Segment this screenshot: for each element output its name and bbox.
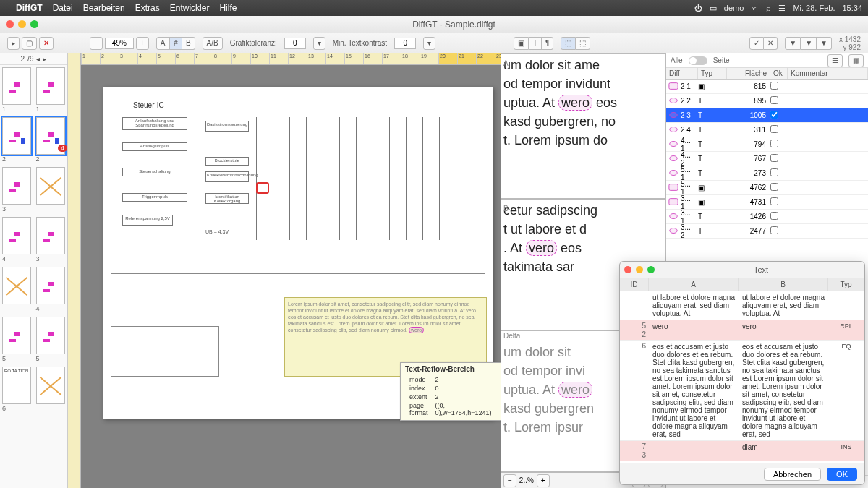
menu-file[interactable]: Datei	[53, 3, 73, 13]
document-canvas[interactable]: Steuer-IC Anlaufschaltung und Spannungsr…	[81, 65, 501, 488]
view-b-button[interactable]: B	[182, 37, 195, 50]
zoom-window-button[interactable]	[30, 20, 38, 28]
detail-ok-button[interactable]: OK	[827, 468, 857, 481]
close-window-button[interactable]	[6, 20, 14, 28]
grafiktoleranz-field[interactable]	[284, 38, 306, 49]
diff-ok-checkbox[interactable]	[770, 197, 778, 205]
text-detail-panel: Text ID A B Typ ut labore et dolore magn…	[619, 261, 865, 485]
diff-list-row[interactable]: 5...1 T 273	[666, 166, 868, 181]
diff-list-row[interactable]: 2 4 T 311	[666, 123, 868, 137]
thumbnail-page[interactable]	[2, 67, 31, 105]
zoom-in-button[interactable]: +	[136, 37, 149, 50]
thumbnail-page[interactable]	[2, 117, 31, 155]
diff-ok-checkbox[interactable]	[770, 125, 778, 133]
compare-pane-a[interactable]: A um dolor sit ameod tempor inviduntuptu…	[501, 53, 665, 199]
uncheck-button[interactable]: ✕	[764, 37, 778, 50]
filter3-button[interactable]: ▼	[817, 37, 832, 50]
delete-tool-button[interactable]: ✕	[39, 37, 54, 50]
text-detail-row[interactable]: 73 diamINS	[620, 441, 864, 461]
zoom-out-button[interactable]: −	[90, 37, 103, 50]
diff-ok-checkbox[interactable]	[770, 183, 778, 191]
minimize-window-button[interactable]	[18, 20, 26, 28]
thumbnail-page[interactable]	[36, 217, 65, 254]
diff-ok-checkbox[interactable]	[770, 154, 778, 162]
pointer-tool-button[interactable]: ▸	[7, 37, 20, 50]
diff-list-row[interactable]: 3...1 ▣ 4731	[666, 195, 868, 210]
menubar-wifi-icon[interactable]: ⏻	[694, 4, 702, 12]
filter2-button[interactable]: ▼	[801, 37, 817, 50]
overlay-text-button[interactable]: T	[529, 37, 542, 50]
app-menu[interactable]: DiffGT	[16, 3, 43, 13]
diff-list-row[interactable]: 3...2 T 2477	[666, 224, 868, 239]
filter1-button[interactable]: ▼	[785, 37, 801, 50]
detail-zoom-button[interactable]	[647, 266, 655, 273]
thumbnail-page[interactable]	[36, 267, 65, 304]
view-diff-button[interactable]: #	[169, 37, 182, 50]
grafiktoleranz-stepper[interactable]: ▾	[313, 37, 326, 50]
compare-zoom-out-button[interactable]: −	[503, 474, 516, 487]
menubar-search-icon[interactable]: ⌕	[766, 4, 771, 12]
diff-list-row[interactable]: 2 1 ▣ 815	[666, 80, 868, 94]
diff-list-row[interactable]: 5...1 ▣ 4762	[666, 181, 868, 195]
menubar-control-icon[interactable]: ☰	[778, 4, 786, 13]
menubar-user[interactable]: demo	[724, 4, 744, 12]
thumbnail-page[interactable]	[36, 367, 65, 404]
list-view-button[interactable]: ☰	[827, 54, 843, 67]
diff-filter-all[interactable]: Alle	[671, 56, 683, 64]
diff-list-row[interactable]: 4...1 T 794	[666, 137, 868, 152]
thumbnail-page[interactable]	[36, 317, 65, 354]
text-diff-highlight[interactable]: wero	[409, 327, 424, 333]
diff-list-row[interactable]: 2 3 T 1005	[666, 108, 868, 123]
link-button[interactable]: ⬚	[561, 37, 576, 50]
diff-ok-checkbox[interactable]	[770, 168, 778, 176]
text-diff-word[interactable]: vero	[526, 240, 557, 256]
diff-filter-page[interactable]: Seite	[713, 56, 730, 64]
detail-close-button[interactable]	[624, 266, 631, 273]
prev-page-button[interactable]: ◂	[36, 55, 40, 63]
menubar-wifi-icon[interactable]: ᯤ	[751, 4, 759, 12]
text-detail-row[interactable]: ut labore et dolore magna aliquyam erat,…	[620, 291, 864, 320]
next-page-button[interactable]: ▸	[43, 55, 46, 63]
zoom-field[interactable]	[105, 38, 134, 49]
menu-developer[interactable]: Entwickler	[170, 3, 210, 13]
thumbnail-page[interactable]	[36, 167, 65, 205]
diff-ok-checkbox[interactable]	[770, 226, 778, 234]
thumbnail-page[interactable]	[2, 267, 31, 304]
menu-help[interactable]: Hilfe	[219, 3, 237, 13]
diff-ok-checkbox[interactable]	[770, 96, 778, 104]
thumbnail-page[interactable]: RO TA TION	[2, 367, 31, 404]
unlink-button[interactable]: ⬚	[576, 37, 590, 50]
textkontrast-field[interactable]	[394, 38, 416, 49]
diff-ok-checkbox[interactable]	[770, 212, 778, 220]
thumbnail-page[interactable]	[36, 67, 65, 105]
compare-zoom-in-button[interactable]: +	[537, 474, 550, 487]
text-detail-row[interactable]: 52 weroveroRPL	[620, 320, 864, 341]
diff-marker[interactable]	[256, 182, 269, 194]
diff-list-row[interactable]: 3...1 T 1426	[666, 210, 868, 224]
textkontrast-stepper[interactable]: ▾	[423, 37, 435, 50]
region-tool-button[interactable]: ▢	[22, 37, 37, 50]
diff-list-row[interactable]: 2 2 T 895	[666, 94, 868, 108]
check-button[interactable]: ✓	[749, 37, 764, 50]
menu-edit[interactable]: Bearbeiten	[83, 3, 125, 13]
grid-view-button[interactable]: ▦	[848, 54, 864, 67]
text-diff-word[interactable]: wero	[558, 95, 592, 111]
view-ab-button[interactable]: A/B	[203, 37, 223, 50]
view-a-button[interactable]: A	[156, 37, 170, 50]
thumbnail-page[interactable]	[2, 317, 31, 354]
thumbnail-page[interactable]	[2, 167, 31, 205]
overlay-para-button[interactable]: ¶	[542, 37, 553, 50]
detail-minimize-button[interactable]	[636, 266, 643, 273]
diff-ok-checkbox[interactable]	[770, 111, 778, 119]
text-detail-row[interactable]: 6 eos et accusam et justo duo dolores et…	[620, 341, 864, 441]
diff-ok-checkbox[interactable]	[770, 82, 778, 90]
detail-cancel-button[interactable]: Abbrechen	[764, 468, 821, 481]
menu-extras[interactable]: Extras	[135, 3, 160, 13]
diff-filter-toggle[interactable]	[689, 56, 707, 65]
diff-list-row[interactable]: 4...2 T 767	[666, 152, 868, 166]
diff-ok-checkbox[interactable]	[770, 140, 778, 147]
menubar-battery-icon[interactable]: ▭	[710, 4, 717, 13]
text-diff-word[interactable]: wero	[558, 382, 592, 398]
overlay-image-button[interactable]: ▣	[514, 37, 529, 50]
thumbnail-page[interactable]	[2, 217, 31, 254]
